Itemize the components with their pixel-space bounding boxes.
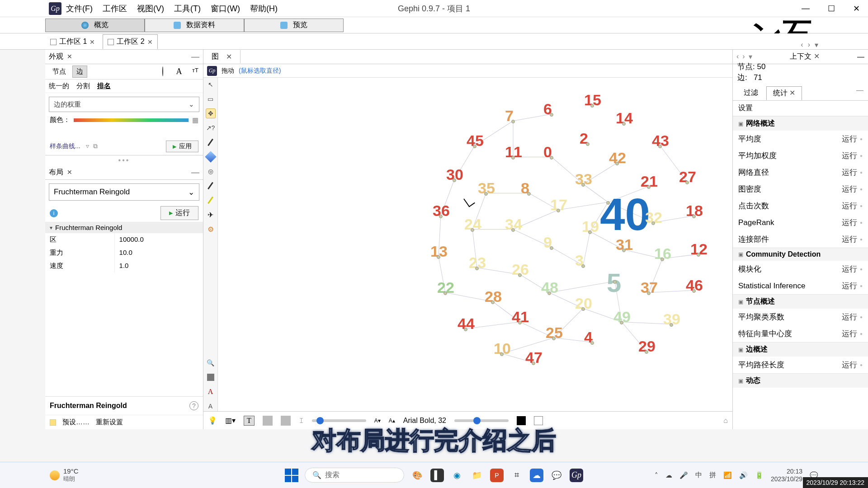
run-clustering[interactable]: 运行 — [842, 312, 863, 322]
taskbar-wechat[interactable]: 💬 — [550, 469, 563, 482]
copy-icon[interactable]: ⧉ — [93, 142, 98, 150]
drag-tool-icon[interactable]: ✥ — [206, 108, 216, 118]
gradient-options-icon[interactable]: ▦ — [192, 116, 198, 124]
close-icon[interactable]: ✕ — [147, 38, 153, 46]
close-icon[interactable]: ✕ — [789, 89, 795, 97]
zoom-tool-icon[interactable]: 🔍 — [206, 358, 216, 368]
tray-ime2[interactable]: 拼 — [709, 471, 716, 479]
menu-help[interactable]: 帮助(H) — [250, 3, 278, 14]
diamond-tool-icon[interactable] — [206, 152, 216, 162]
window-minimize[interactable]: — — [802, 4, 810, 14]
tray-battery-icon[interactable]: 🔋 — [755, 471, 764, 479]
close-icon[interactable]: ✕ — [65, 169, 72, 176]
prop-gravity-value[interactable]: 10.0 — [115, 246, 203, 259]
label-color-swatch[interactable] — [517, 416, 526, 425]
window-close[interactable]: ✕ — [853, 4, 860, 14]
menu-file[interactable]: 文件(F) — [66, 3, 93, 14]
screenshot-icon[interactable]: ▥▾ — [225, 416, 236, 425]
text-cursor-icon[interactable]: 𝙸 — [299, 417, 304, 425]
run-statinf[interactable]: 运行 — [842, 281, 863, 291]
filter-tab[interactable]: 过滤 — [737, 86, 764, 100]
layout-algorithm-select[interactable]: Fruchterman Reingold⌄ — [49, 183, 199, 201]
run-degree[interactable]: 运行 — [842, 134, 863, 144]
ws-next-icon[interactable]: › — [808, 41, 810, 49]
font-larger-icon[interactable]: A▴ — [389, 418, 395, 424]
font-color-icon[interactable]: A — [206, 387, 216, 397]
edge-weight-slider[interactable] — [312, 419, 366, 422]
ws-menu-icon[interactable]: ▾ — [815, 41, 818, 49]
menu-view[interactable]: 视图(V) — [137, 3, 164, 14]
minimize-icon[interactable]: — — [857, 53, 864, 61]
layout-props-header[interactable]: Fruchterman Reingold — [45, 222, 203, 233]
spline-link[interactable]: 样条曲线... — [50, 142, 80, 150]
close-icon[interactable]: ✕ — [814, 52, 820, 60]
taskbar-edge[interactable]: ◉ — [450, 469, 464, 482]
run-density[interactable]: 运行 — [842, 184, 863, 194]
label-size-slider[interactable] — [454, 419, 509, 422]
graph-node-40[interactable]: 40 — [600, 188, 650, 240]
taskbar-app-1[interactable]: 🎨 — [410, 469, 424, 482]
ranking-attribute-select[interactable]: 边的权重⌄ — [49, 97, 199, 112]
start-button[interactable] — [285, 469, 298, 482]
taskbar-search[interactable]: 🔍搜索 — [305, 468, 404, 483]
ranking-unique-tab[interactable]: 统一的 — [49, 82, 69, 90]
plane-tool-icon[interactable]: ✈ — [206, 210, 216, 220]
taskbar-powerpoint[interactable]: P — [490, 469, 504, 482]
tray-wifi-icon[interactable]: 📶 — [723, 471, 732, 479]
preset-button[interactable]: 预设…… — [62, 418, 90, 427]
appearance-nodes-tab[interactable]: 节点 — [49, 66, 70, 77]
color-icon[interactable] — [158, 67, 168, 76]
apply-button[interactable]: 应用 — [166, 141, 198, 152]
layout-run-button[interactable]: 运行 — [160, 206, 198, 220]
prop-area-value[interactable]: 10000.0 — [115, 233, 203, 246]
minimize-icon[interactable]: — — [191, 52, 199, 61]
minimize-icon[interactable]: — — [191, 168, 199, 177]
workspace-tab-1[interactable]: 工作区 1✕ — [45, 34, 100, 49]
minimize-icon[interactable]: — — [856, 86, 863, 100]
close-icon[interactable]: ✕ — [90, 38, 95, 46]
stats-settings[interactable]: 设置 — [733, 101, 868, 116]
tray-chevron-icon[interactable]: ˄ — [655, 471, 658, 479]
statistics-tab[interactable]: 统计 ✕ — [766, 86, 802, 100]
ws-prev-icon[interactable]: ‹ — [801, 41, 803, 49]
close-icon[interactable]: ✕ — [65, 53, 72, 60]
tray-ime1[interactable]: 中 — [695, 471, 702, 479]
run-pagerank[interactable]: 运行 — [842, 217, 863, 228]
reset-button[interactable]: 重新设置 — [96, 418, 123, 427]
label-size-icon[interactable]: A — [174, 67, 184, 76]
taskbar-app-4[interactable]: ☁ — [530, 469, 543, 482]
tab-data-lab[interactable]: 数据资料 — [145, 19, 244, 32]
ctx-next-icon[interactable]: › — [742, 52, 745, 61]
tab-preview[interactable]: 预览 — [244, 19, 344, 32]
lightbulb-icon[interactable]: 💡 — [208, 416, 217, 425]
appearance-edges-tab[interactable]: 边 — [72, 66, 87, 78]
settings-icon[interactable]: ⌂ — [723, 417, 728, 425]
run-wdegree[interactable]: 运行 — [842, 150, 863, 161]
font-label[interactable]: Arial Bold, 32 — [403, 417, 446, 425]
ranking-partition-tab[interactable]: 分割 — [76, 82, 90, 90]
rect-select-tool-icon[interactable]: ▭ — [206, 94, 216, 104]
prop-speed-value[interactable]: 1.0 — [115, 259, 203, 272]
run-hits[interactable]: 运行 — [842, 201, 863, 211]
tab-overview[interactable]: 概览 — [45, 19, 145, 32]
run-eigen[interactable]: 运行 — [842, 328, 863, 339]
brush-tool-icon[interactable] — [206, 137, 216, 147]
color-gradient[interactable] — [74, 118, 189, 122]
tray-clock[interactable]: 20:132023/10/29 — [771, 468, 802, 483]
ctx-prev-icon[interactable]: ‹ — [736, 52, 739, 61]
gear-tool-icon[interactable]: ⚙ — [206, 224, 216, 234]
run-path[interactable]: 运行 — [842, 360, 863, 370]
node-label-mode-icon[interactable] — [263, 416, 273, 426]
graph-canvas[interactable]: 1567144511024243303583321273617401824341… — [218, 78, 732, 411]
tray-volume-icon[interactable]: 🔊 — [739, 471, 748, 479]
info-icon[interactable]: i — [50, 209, 58, 217]
taskbar-explorer[interactable]: 📁 — [470, 469, 484, 482]
gephi-tool-icon[interactable]: Gp — [207, 66, 217, 76]
filter-icon[interactable]: ▿ — [86, 142, 89, 150]
label-options-icon[interactable] — [534, 416, 543, 425]
run-modularity[interactable]: 运行 — [842, 264, 863, 274]
sizer-tool-icon[interactable]: ◎ — [206, 166, 216, 176]
pointer-tool-icon[interactable]: ↖ — [206, 80, 216, 89]
edge-label-mode-icon[interactable] — [281, 416, 291, 426]
run-cc[interactable]: 运行 — [842, 234, 863, 244]
